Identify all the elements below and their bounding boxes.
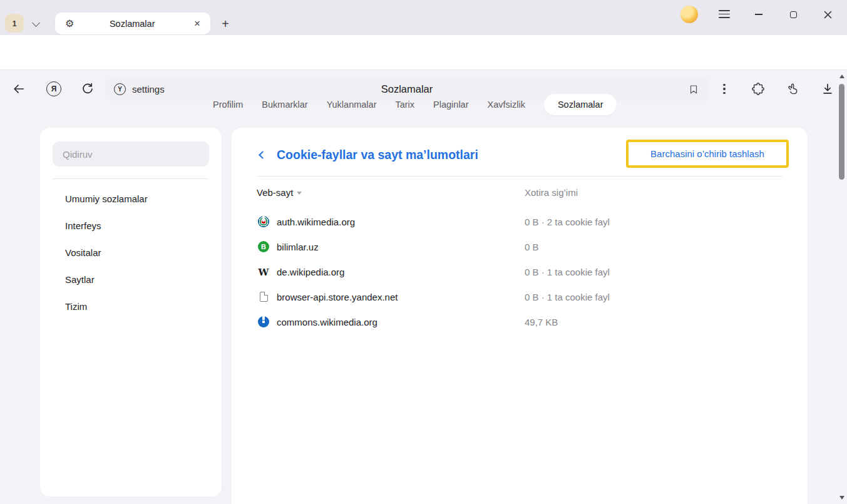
reload-icon: [81, 82, 95, 96]
back-icon: [12, 82, 26, 96]
extensions-button[interactable]: [749, 80, 767, 98]
nav-tab-yuklanmalar[interactable]: Yuklanmalar: [327, 100, 377, 110]
table-header: Veb-sayt Xotira sig’imi: [232, 184, 808, 203]
sidebar-item-tizim[interactable]: Tizim: [40, 293, 222, 320]
scrollbar-thumb[interactable]: [839, 84, 844, 180]
panel-back-button[interactable]: [254, 147, 269, 162]
site-storage: 0 B · 1 ta cookie fayl: [525, 267, 610, 277]
site-column-label: Veb-sayt: [257, 187, 293, 198]
page-title: Cookie-fayllar va sayt ma’lumotlari: [277, 148, 478, 162]
sidebar-item-umumiy-sozlamalar[interactable]: Umumiy sozlamalar: [40, 185, 222, 212]
reload-button[interactable]: [79, 80, 96, 98]
sidebar-list: Umumiy sozlamalar Interfeys Vositalar Sa…: [40, 185, 222, 320]
site-list: auth.wikimedia.org 0 B · 2 ta cookie fay…: [232, 209, 808, 334]
nav-tab-sozlamalar[interactable]: Sozlamalar: [544, 94, 617, 115]
annotation-highlight: Barchasini o’chirib tashlash: [626, 140, 789, 168]
tab-close-icon[interactable]: ×: [190, 18, 204, 29]
sidebar-item-vositalar[interactable]: Vositalar: [40, 239, 222, 266]
browser-tab-settings[interactable]: ⚙ Sozlamalar ×: [55, 13, 210, 34]
url-text: settings: [132, 84, 165, 95]
nav-tab-xavfsizlik[interactable]: Xavfsizlik: [488, 100, 525, 110]
wikimedia-logo-icon: [258, 216, 269, 227]
cookies-panel: Cookie-fayllar va sayt ma’lumotlari Barc…: [232, 128, 808, 504]
panel-divider: [257, 176, 783, 177]
sidebar-divider: [53, 178, 209, 179]
table-row[interactable]: de.wikipedia.org 0 B · 1 ta cookie fayl: [232, 259, 808, 284]
navigation-toolbar: Я Y settings Sozlamalar: [0, 35, 847, 70]
settings-sidebar: Umumiy sozlamalar Interfeys Vositalar Sa…: [40, 128, 222, 496]
nav-tab-profilim[interactable]: Profilim: [213, 100, 243, 110]
maximize-icon: [790, 11, 797, 18]
window-maximize-button[interactable]: [785, 6, 801, 23]
wikipedia-w-icon: [259, 266, 269, 278]
sidebar-item-saytlar[interactable]: Saytlar: [40, 266, 222, 293]
settings-nav: Profilim Bukmarklar Yuklanmalar Tarix Pl…: [213, 93, 617, 116]
site-domain: browser-api.store.yandex.net: [277, 292, 398, 302]
chevron-left-icon: [259, 151, 267, 159]
site-domain: commons.wikimedia.org: [277, 317, 377, 327]
yandex-logo-icon: Я: [46, 81, 61, 96]
nav-tab-plaginlar[interactable]: Plaginlar: [433, 100, 468, 110]
site-column-header[interactable]: Veb-sayt: [257, 187, 302, 198]
user-avatar[interactable]: [680, 6, 698, 23]
chevron-down-icon: [32, 19, 40, 27]
nav-tab-bukmarklar[interactable]: Bukmarklar: [262, 100, 307, 110]
address-bar-menu-button[interactable]: [716, 80, 733, 98]
search-input[interactable]: [53, 141, 209, 167]
commons-globe-icon: [258, 316, 269, 327]
table-row[interactable]: bilimlar.uz 0 B: [232, 234, 808, 259]
window-minimize-button[interactable]: [751, 6, 767, 23]
table-row[interactable]: commons.wikimedia.org 49,7 KB: [232, 309, 808, 334]
tab-group-badge[interactable]: 1: [5, 14, 24, 33]
sidebar-item-interfeys[interactable]: Interfeys: [40, 212, 222, 239]
deals-button[interactable]: [784, 80, 801, 98]
document-icon: [260, 292, 268, 302]
bilimlar-favicon-icon: [258, 241, 269, 252]
yandex-home-button[interactable]: Я: [45, 80, 63, 98]
deals-hand-icon: [786, 82, 799, 96]
site-storage: 0 B: [525, 242, 539, 252]
table-row[interactable]: browser-api.store.yandex.net 0 B · 1 ta …: [232, 284, 808, 309]
kebab-menu-icon: [723, 84, 725, 94]
site-storage: 0 B · 1 ta cookie fayl: [525, 292, 610, 302]
scroll-down-icon[interactable]: [839, 496, 844, 500]
bookmark-icon: [688, 84, 699, 95]
storage-column-header: Xotira sig’imi: [525, 187, 578, 198]
site-domain: bilimlar.uz: [277, 242, 319, 252]
site-storage: 49,7 KB: [525, 317, 558, 327]
tab-title: Sozlamalar: [74, 19, 190, 29]
download-icon: [821, 82, 834, 96]
tab-strip: 1 ⚙ Sozlamalar × +: [0, 0, 847, 35]
gear-icon: ⚙: [65, 19, 74, 29]
site-domain: de.wikipedia.org: [277, 267, 344, 277]
minimize-icon: [755, 14, 762, 15]
page-scrollbar: [836, 70, 847, 504]
delete-all-cookies-button[interactable]: Barchasini o’chirib tashlash: [650, 148, 764, 159]
bookmark-button[interactable]: [686, 82, 701, 97]
menu-icon[interactable]: [719, 10, 730, 18]
table-row[interactable]: auth.wikimedia.org 0 B · 2 ta cookie fay…: [232, 209, 808, 234]
scroll-up-icon[interactable]: [839, 75, 844, 78]
downloads-button[interactable]: [819, 80, 836, 98]
sort-chevron-icon: [297, 192, 302, 195]
site-storage: 0 B · 2 ta cookie fayl: [525, 217, 610, 227]
extensions-icon: [751, 82, 765, 96]
close-icon: [824, 11, 832, 19]
tab-list-dropdown-button[interactable]: [28, 16, 44, 32]
nav-tab-tarix[interactable]: Tarix: [395, 100, 414, 110]
site-domain: auth.wikimedia.org: [277, 217, 355, 227]
new-tab-button[interactable]: +: [217, 16, 234, 32]
back-button[interactable]: [10, 80, 28, 98]
window-close-button[interactable]: [819, 6, 836, 23]
